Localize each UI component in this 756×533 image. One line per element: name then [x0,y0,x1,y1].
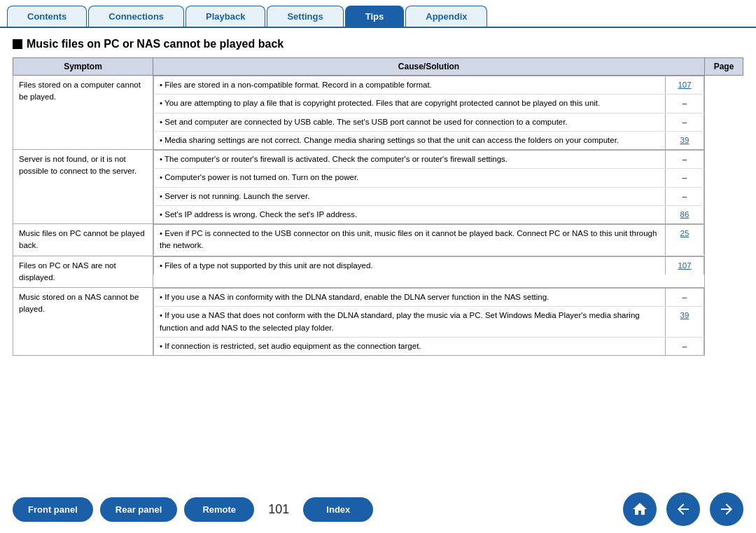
cause-text: • The computer's or router's firewall is… [154,151,666,169]
page-cell: 25 [666,225,704,255]
cause-text: • Files of a type not supported by this … [154,256,666,275]
cause-text: • Set and computer are connected by USB … [154,113,666,131]
cause-text: • If you use a NAS in conformity with th… [154,289,666,307]
page-cell: – [666,337,704,355]
symptom-cell: Files on PC or NAS are not displayed. [13,256,153,288]
cause-text: • Files are stored in a non-compatible f… [154,76,666,95]
tab-contents[interactable]: Contents [7,6,87,27]
cause-text: • Media sharing settings are not correct… [154,131,666,149]
page-cell: 39 [666,307,704,338]
forward-icon [718,501,735,518]
col-header-cause: Cause/Solution [153,58,705,76]
front-panel-button[interactable]: Front panel [13,497,93,522]
symptom-cell: Files stored on a computer cannot be pla… [13,76,153,150]
cause-cell: • If you use a NAS in conformity with th… [153,288,705,356]
col-header-page: Page [705,58,743,76]
trouble-table: Symptom Cause/Solution Page Files stored… [13,57,743,356]
table-row: Server is not found, or it is not possib… [13,150,743,224]
cause-text: • If you use a NAS that does not conform… [154,307,666,338]
cause-text: • Set's IP address is wrong. Check the s… [154,205,666,223]
cause-cell: • Even if PC is connected to the USB con… [153,224,705,256]
tab-appendix[interactable]: Appendix [405,6,487,27]
cause-cell: • Files of a type not supported by this … [153,256,705,288]
section-title: Music files on PC or NAS cannot be playe… [13,38,743,50]
main-content: Music files on PC or NAS cannot be playe… [0,28,756,485]
cause-cell: • Files are stored in a non-compatible f… [153,76,705,150]
table-row: Files on PC or NAS are not displayed.• F… [13,256,743,288]
tab-connections[interactable]: Connections [88,6,184,27]
tab-tips[interactable]: Tips [345,6,405,27]
bottom-right-buttons [623,492,743,526]
cause-text: • Computer's power is not turned on. Tur… [154,169,666,187]
rear-panel-button[interactable]: Rear panel [100,497,177,522]
page-cell: – [666,187,704,205]
back-icon [675,501,692,518]
page-cell: – [666,113,704,131]
nav-tabs: Contents Connections Playback Settings T… [0,0,756,28]
cause-text: • You are attempting to play a file that… [154,95,666,113]
forward-button[interactable] [710,492,743,526]
bottom-left-buttons: Front panel Rear panel Remote 101 Index [13,497,373,522]
symptom-cell: Music files on PC cannot be played back. [13,224,153,256]
page-cell: 107 [666,76,704,95]
tab-playback[interactable]: Playback [186,6,265,27]
table-row: Music stored on a NAS cannot be played.•… [13,288,743,356]
tab-settings[interactable]: Settings [267,6,343,27]
home-icon [631,501,648,518]
back-button[interactable] [666,492,700,526]
remote-button[interactable]: Remote [184,497,254,522]
cause-text: • If connection is restricted, set audio… [154,337,666,355]
home-button[interactable] [623,492,657,526]
page-cell: – [666,151,704,169]
cause-text: • Even if PC is connected to the USB con… [154,225,666,255]
page-cell: 107 [666,256,704,275]
page-cell: – [666,95,704,113]
page-number: 101 [268,502,289,517]
symptom-cell: Music stored on a NAS cannot be played. [13,288,153,356]
table-row: Files stored on a computer cannot be pla… [13,76,743,150]
col-header-symptom: Symptom [13,58,153,76]
section-title-text: Music files on PC or NAS cannot be playe… [27,38,284,50]
bottom-bar: Front panel Rear panel Remote 101 Index [0,485,756,533]
page-cell: 39 [666,131,704,149]
cause-cell: • The computer's or router's firewall is… [153,150,705,224]
symptom-cell: Server is not found, or it is not possib… [13,150,153,224]
page-cell: – [666,289,704,307]
index-button[interactable]: Index [303,497,373,522]
cause-text: • Server is not running. Launch the serv… [154,187,666,205]
page-cell: – [666,169,704,187]
page-cell: 86 [666,205,704,223]
section-title-icon [13,39,22,49]
table-row: Music files on PC cannot be played back.… [13,224,743,256]
